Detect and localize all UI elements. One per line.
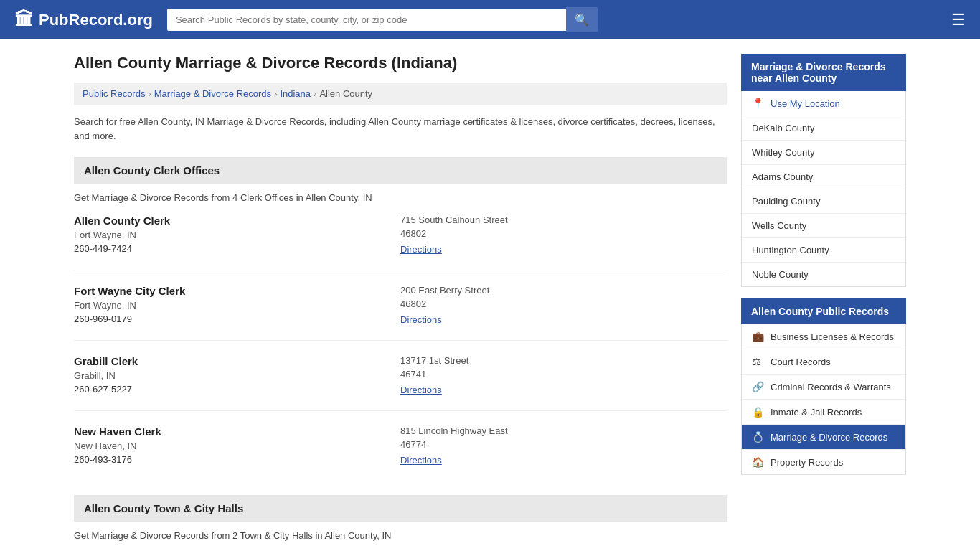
breadcrumb-allen-county: Allen County (319, 88, 372, 99)
sidebar-use-location[interactable]: 📍 Use My Location (742, 91, 905, 116)
record-address-3: 815 Lincoln Highway East (400, 425, 727, 436)
record-city-2: Grabill, IN (74, 370, 400, 381)
content-area: Allen County Marriage & Divorce Records … (74, 54, 727, 551)
record-name-0: Allen County Clerk (74, 215, 400, 227)
sidebar-county-5[interactable]: Huntington County (742, 238, 905, 263)
sidebar-county-4[interactable]: Wells County (742, 214, 905, 238)
record-right-2: 13717 1st Street 46741 Directions (400, 355, 727, 397)
record-zip-0: 46802 (400, 228, 727, 239)
clerk-entry-1: Fort Wayne City Clerk Fort Wayne, IN 260… (74, 285, 727, 341)
record-zip-1: 46802 (400, 298, 727, 309)
breadcrumb-marriage-divorce[interactable]: Marriage & Divorce Records (154, 88, 271, 99)
sep1: › (148, 88, 151, 99)
pr-icon-0: 💼 (752, 331, 765, 342)
sep3: › (314, 88, 316, 99)
location-icon: 📍 (752, 98, 765, 109)
search-input[interactable] (167, 9, 566, 31)
record-phone-0: 260-449-7424 (74, 243, 400, 254)
logo[interactable]: 🏛 PubRecord.org (14, 9, 153, 31)
sidebar-county-0[interactable]: DeKalb County (742, 116, 905, 141)
main-container: Allen County Marriage & Divorce Records … (60, 39, 920, 551)
record-address-0: 715 South Calhoun Street (400, 215, 727, 225)
record-address-1: 200 East Berry Street (400, 285, 727, 296)
pr-label-1: Court Records (771, 357, 831, 367)
record-address-2: 13717 1st Street (400, 355, 727, 366)
record-city-1: Fort Wayne, IN (74, 300, 400, 311)
public-records-list: 💼 Business Licenses & Records ⚖ Court Re… (742, 324, 905, 474)
pr-label-4: Marriage & Divorce Records (771, 432, 887, 443)
public-record-item-2[interactable]: 🔗 Criminal Records & Warrants (742, 375, 905, 400)
breadcrumb: Public Records › Marriage & Divorce Reco… (74, 83, 727, 105)
record-right-0: 715 South Calhoun Street 46802 Direction… (400, 215, 727, 257)
record-left-3: New Haven Clerk New Haven, IN 260-493-31… (74, 425, 400, 468)
clerk-offices-desc: Get Marriage & Divorce Records from 4 Cl… (74, 192, 727, 203)
clerk-offices-header: Allen County Clerk Offices (74, 157, 727, 184)
directions-link-2[interactable]: Directions (400, 385, 442, 395)
sidebar-county-3[interactable]: Paulding County (742, 189, 905, 214)
sidebar-nearby-header: Marriage & Divorce Records near Allen Co… (741, 54, 906, 91)
record-name-2: Grabill Clerk (74, 355, 400, 367)
record-phone-3: 260-493-3176 (74, 454, 400, 465)
record-left-0: Allen County Clerk Fort Wayne, IN 260-44… (74, 215, 400, 257)
pr-icon-5: 🏠 (752, 456, 765, 468)
public-record-item-1[interactable]: ⚖ Court Records (742, 349, 905, 375)
clerk-entry-2: Grabill Clerk Grabill, IN 260-627-5227 1… (74, 355, 727, 411)
clerk-entry-3: New Haven Clerk New Haven, IN 260-493-31… (74, 425, 727, 481)
clerk-entries-list: Allen County Clerk Fort Wayne, IN 260-44… (74, 215, 727, 481)
record-zip-2: 46741 (400, 369, 727, 380)
use-location-label: Use My Location (771, 98, 840, 109)
record-zip-3: 46774 (400, 439, 727, 450)
record-phone-1: 260-969-0179 (74, 314, 400, 324)
public-record-item-0[interactable]: 💼 Business Licenses & Records (742, 324, 905, 349)
pr-label-3: Inmate & Jail Records (771, 407, 862, 418)
public-record-item-3[interactable]: 🔒 Inmate & Jail Records (742, 400, 905, 425)
directions-link-1[interactable]: Directions (400, 314, 442, 325)
search-bar: 🔍 (167, 7, 598, 32)
breadcrumb-indiana[interactable]: Indiana (280, 88, 311, 99)
pr-icon-1: ⚖ (752, 356, 765, 367)
page-title: Allen County Marriage & Divorce Records … (74, 54, 727, 72)
town-halls-desc: Get Marriage & Divorce Records from 2 To… (74, 530, 727, 541)
breadcrumb-public-records[interactable]: Public Records (83, 88, 145, 99)
record-right-3: 815 Lincoln Highway East 46774 Direction… (400, 425, 727, 468)
sidebar-public-records-body: 💼 Business Licenses & Records ⚖ Court Re… (741, 324, 906, 475)
building-icon: 🏛 (14, 9, 33, 31)
record-left-1: Fort Wayne City Clerk Fort Wayne, IN 260… (74, 285, 400, 327)
sidebar-public-records-header: Allen County Public Records (741, 298, 906, 324)
sep2: › (274, 88, 277, 99)
record-phone-2: 260-627-5227 (74, 384, 400, 395)
record-left-2: Grabill Clerk Grabill, IN 260-627-5227 (74, 355, 400, 397)
sidebar-county-6[interactable]: Noble County (742, 263, 905, 286)
nearby-counties-list: DeKalb CountyWhitley CountyAdams CountyP… (742, 116, 905, 286)
page-description: Search for free Allen County, IN Marriag… (74, 115, 727, 143)
record-city-0: Fort Wayne, IN (74, 230, 400, 240)
record-right-1: 200 East Berry Street 46802 Directions (400, 285, 727, 327)
record-name-3: New Haven Clerk (74, 425, 400, 438)
sidebar: Marriage & Divorce Records near Allen Co… (741, 54, 906, 551)
clerk-entry-0: Allen County Clerk Fort Wayne, IN 260-44… (74, 215, 727, 270)
pr-label-5: Property Records (771, 457, 843, 468)
sidebar-nearby-body: 📍 Use My Location DeKalb CountyWhitley C… (741, 91, 906, 287)
pr-icon-3: 🔒 (752, 406, 765, 418)
menu-icon[interactable]: ☰ (951, 11, 966, 29)
record-name-1: Fort Wayne City Clerk (74, 285, 400, 297)
pr-icon-2: 🔗 (752, 381, 765, 392)
directions-link-3[interactable]: Directions (400, 455, 442, 466)
record-city-3: New Haven, IN (74, 441, 400, 451)
search-button[interactable]: 🔍 (566, 7, 598, 32)
sidebar-county-2[interactable]: Adams County (742, 165, 905, 189)
directions-link-0[interactable]: Directions (400, 244, 442, 255)
public-record-item-5[interactable]: 🏠 Property Records (742, 450, 905, 474)
town-halls-header: Allen County Town & City Halls (74, 495, 727, 522)
pr-label-0: Business Licenses & Records (771, 331, 894, 342)
header: 🏛 PubRecord.org 🔍 ☰ (0, 0, 980, 39)
public-record-item-4[interactable]: 💍 Marriage & Divorce Records (742, 425, 905, 450)
pr-icon-4: 💍 (752, 431, 765, 443)
pr-label-2: Criminal Records & Warrants (771, 382, 891, 392)
sidebar-county-1[interactable]: Whitley County (742, 141, 905, 165)
logo-text: PubRecord.org (39, 11, 153, 29)
